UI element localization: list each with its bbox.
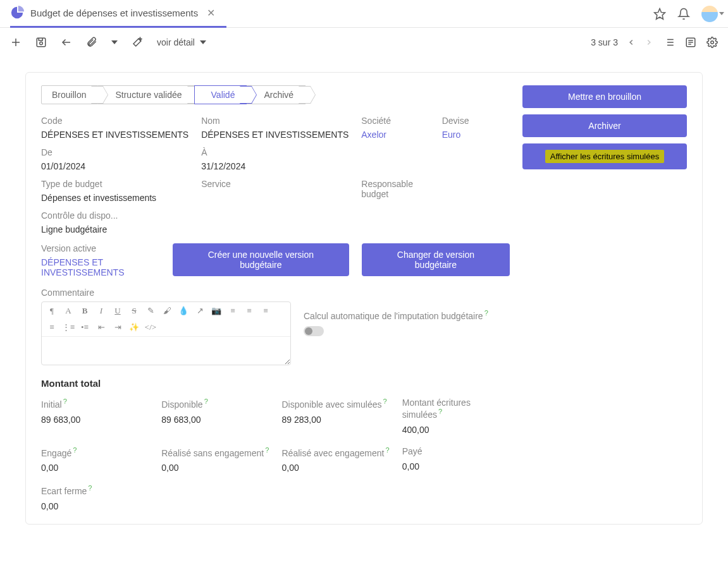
auto-calc-label: Calcul automatique de l'imputation budgé… [304,311,488,321]
view-selector[interactable]: voir détail [157,37,206,47]
engage-label: Engagé? [41,446,149,458]
help-icon[interactable]: ? [73,446,77,454]
camera-icon[interactable]: 📷 [211,306,221,316]
montant-sim-label: Montant écritures simulées? [402,398,510,420]
list-view-icon[interactable] [663,37,675,48]
view-label: voir détail [157,37,195,47]
draft-button[interactable]: Mettre en brouillon [522,85,687,108]
svg-point-16 [711,41,714,44]
underline-icon[interactable]: U [113,306,123,316]
svg-marker-0 [655,8,665,19]
link-icon[interactable]: ↗ [195,306,205,316]
code-value: DÉPENSES ET INVESTISSEMENTS [41,130,188,140]
help-icon[interactable]: ? [385,446,389,454]
comment-editor[interactable]: ¶ A B I U S ✎ 🖌 💧 ↗ 📷 [41,301,291,365]
status-brouillon[interactable]: Brouillon [41,85,98,104]
align-right-icon[interactable]: ≡ [261,306,271,316]
initial-label: Initial? [41,398,149,410]
drop-icon[interactable]: 💧 [178,306,188,316]
simulated-highlight: Afficher les écritures simulées [545,150,664,163]
back-icon[interactable] [61,37,72,48]
help-icon[interactable]: ? [484,309,488,317]
bold-icon[interactable]: B [80,306,90,316]
from-label: De [41,147,188,157]
prev-icon[interactable] [627,38,636,47]
paye-label: Payé [402,446,510,456]
help-icon[interactable]: ? [438,408,442,415]
auto-calc-toggle[interactable] [304,326,324,336]
pager-text: 3 sur 3 [591,37,618,47]
detail-view-icon[interactable] [685,37,696,48]
tab-bar: Budget de dépenses et investissements ✕ [0,0,728,28]
paragraph-icon[interactable]: ¶ [47,306,57,316]
align-center-icon[interactable]: ≡ [244,306,254,316]
help-icon[interactable]: ? [383,398,386,405]
chevron-down-icon [200,40,206,44]
pager: 3 sur 3 [591,37,653,47]
service-label: Service [201,179,349,189]
control-label: Contrôle du dispo... [41,210,188,221]
code-icon[interactable]: </> [145,322,156,332]
real-avec-label: Réalisé avec engagement? [282,446,390,458]
initial-value: 89 683,00 [41,415,149,425]
outdent-icon[interactable]: ⇤ [96,322,106,332]
status-structure-validee[interactable]: Structure validée [98,85,194,104]
ecart-label: Ecart ferme? [41,484,149,496]
comment-textarea[interactable] [42,337,290,365]
active-tab[interactable]: Budget de dépenses et investissements ✕ [10,0,226,28]
currency-label: Devise [442,116,510,126]
name-label: Nom [201,116,349,126]
pencil-icon[interactable]: ✎ [145,306,156,316]
archive-button[interactable]: Archiver [522,114,687,137]
engage-value: 0,00 [41,463,149,473]
status-valide[interactable]: Validé [194,85,247,104]
italic-icon[interactable]: I [96,306,106,316]
magic-icon[interactable] [132,37,143,48]
strike-icon[interactable]: S [129,306,139,316]
simulated-button[interactable]: Afficher les écritures simulées [522,143,687,169]
more-dropdown[interactable] [111,40,118,44]
bell-icon[interactable] [677,8,690,20]
toolbar: voir détail 3 sur 3 [0,28,728,57]
font-icon[interactable]: A [63,306,73,316]
help-icon[interactable]: ? [204,398,208,405]
close-icon[interactable]: ✕ [204,7,218,19]
settings-icon[interactable] [706,37,718,48]
to-label: À [201,147,349,157]
disponible-label: Disponible? [161,398,269,410]
brush-icon[interactable]: 🖌 [162,306,172,316]
control-value: Ligne budgétaire [41,224,188,234]
company-label: Société [361,116,429,126]
svg-point-4 [40,42,43,45]
company-link[interactable]: Axelor [361,130,429,140]
currency-link[interactable]: Euro [442,130,510,140]
save-icon[interactable] [35,37,47,48]
help-icon[interactable]: ? [265,446,269,454]
change-version-button[interactable]: Changer de version budgétaire [362,243,510,276]
montant-sim-value: 400,00 [402,425,510,435]
version-label: Version active [41,243,160,253]
magic-format-icon[interactable]: ✨ [129,322,139,332]
next-icon[interactable] [645,38,653,47]
totals-title: Montant total [41,378,510,389]
new-version-button[interactable]: Créer une nouvelle version budgétaire [173,243,349,276]
real-avec-value: 0,00 [282,463,390,473]
align-left-icon[interactable]: ≡ [228,306,238,316]
list-ordered-icon[interactable]: ⋮≡ [63,322,73,332]
real-sans-value: 0,00 [161,463,269,473]
tab-title: Budget de dépenses et investissements [30,8,198,18]
star-icon[interactable] [653,8,666,20]
to-value: 31/12/2024 [201,161,349,171]
list-bullet-icon[interactable]: •≡ [80,322,90,332]
align-justify-icon[interactable]: ≡ [47,322,57,332]
help-icon[interactable]: ? [88,484,92,492]
attachment-icon[interactable] [86,37,97,48]
budget-icon [10,6,24,20]
indent-icon[interactable]: ⇥ [113,322,123,332]
user-avatar[interactable] [701,6,718,22]
comment-label: Commentaire [41,288,291,298]
budget-card: Brouillon Structure validée Validé Archi… [25,72,703,525]
help-icon[interactable]: ? [63,398,67,405]
version-link[interactable]: DÉPENSES ET INVESTISSEMENTS [41,257,160,277]
plus-icon[interactable] [10,37,22,48]
